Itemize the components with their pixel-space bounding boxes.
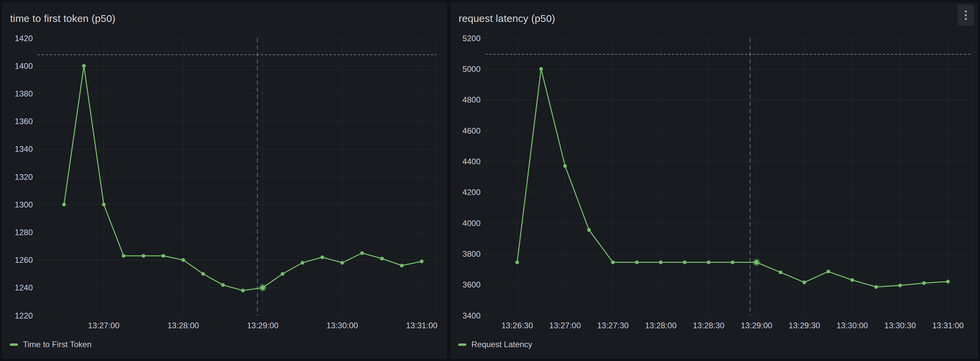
y-tick-label: 5000	[463, 65, 480, 74]
y-tick-label: 3400	[463, 311, 480, 320]
data-point	[874, 285, 878, 289]
x-tick-label: 13:26:30	[501, 321, 533, 330]
data-point	[659, 260, 663, 264]
data-point	[400, 264, 404, 268]
data-point	[779, 271, 782, 274]
series-line	[64, 66, 422, 290]
data-point	[301, 261, 304, 264]
y-tick-label: 1260	[15, 255, 33, 264]
data-point	[360, 251, 364, 255]
dashboard-page: time to first token (p50) 14201400138013…	[0, 0, 980, 361]
data-point	[635, 260, 639, 264]
x-tick-label: 13:27:30	[597, 321, 628, 330]
x-tick-label: 13:27:00	[549, 321, 581, 330]
data-point	[706, 260, 710, 264]
y-tick-label: 4400	[463, 157, 480, 166]
data-point	[611, 260, 615, 264]
series-line	[517, 69, 948, 287]
series-color-swatch	[10, 344, 18, 346]
data-point	[162, 254, 165, 258]
x-tick-label: 13:29:00	[741, 321, 772, 330]
data-point	[730, 260, 734, 264]
y-tick-label: 1360	[15, 117, 33, 126]
data-point	[946, 280, 950, 283]
data-point	[827, 269, 830, 273]
panel-time-to-first-token: time to first token (p50) 14201400138013…	[3, 3, 447, 358]
x-tick-label: 13:30:30	[885, 321, 916, 330]
x-tick-label: 13:28:30	[693, 321, 724, 330]
series-color-swatch	[458, 344, 466, 346]
panel-title[interactable]: time to first token (p50)	[10, 13, 116, 24]
y-tick-label: 1280	[15, 228, 33, 237]
data-point	[122, 254, 126, 258]
data-point	[201, 272, 205, 276]
data-point	[142, 254, 145, 258]
y-tick-label: 4200	[463, 188, 480, 197]
y-tick-label: 1420	[15, 34, 33, 43]
x-tick-label: 13:30:00	[836, 321, 868, 330]
x-tick-label: 13:30:00	[326, 321, 358, 330]
panel-menu-button[interactable]	[958, 5, 974, 25]
y-tick-label: 1240	[15, 283, 33, 292]
legend-label: Request Latency	[471, 340, 532, 349]
x-tick-label: 13:31:00	[932, 321, 963, 330]
y-tick-label: 3600	[463, 280, 480, 289]
y-tick-label: 5200	[463, 34, 480, 43]
panel-request-latency: request latency (p50) 520050004800460044…	[451, 3, 977, 358]
data-point	[587, 228, 591, 232]
y-tick-label: 1320	[15, 173, 33, 182]
panel-title[interactable]: request latency (p50)	[458, 13, 555, 24]
legend-item[interactable]: Time to First Token	[10, 339, 92, 350]
data-point	[803, 280, 806, 284]
data-point	[539, 67, 543, 71]
x-tick-label: 13:29:00	[247, 321, 278, 330]
y-tick-label: 4800	[463, 95, 480, 104]
y-tick-label: 4000	[463, 218, 480, 228]
data-point	[320, 255, 324, 259]
data-point	[62, 203, 66, 206]
data-point	[683, 260, 687, 264]
y-tick-label: 1380	[15, 89, 33, 98]
y-tick-label: 4600	[463, 126, 480, 135]
legend-item[interactable]: Request Latency	[458, 339, 532, 350]
x-tick-label: 13:27:00	[88, 321, 119, 330]
data-point	[340, 261, 344, 264]
y-tick-label: 3800	[463, 249, 480, 258]
x-tick-label: 13:28:00	[645, 321, 676, 330]
data-point	[181, 258, 185, 262]
timeseries-chart-request-latency[interactable]: 5200500048004600440042004000380036003400…	[452, 3, 977, 358]
y-tick-label: 1340	[15, 144, 33, 154]
y-tick-label: 1300	[15, 200, 33, 209]
x-tick-label: 13:31:00	[406, 321, 437, 330]
data-point	[420, 260, 423, 263]
data-point	[898, 283, 902, 287]
x-tick-label: 13:29:30	[789, 321, 820, 330]
data-point	[563, 164, 567, 168]
data-point	[380, 257, 384, 260]
legend-label: Time to First Token	[23, 340, 92, 349]
data-point	[281, 272, 285, 276]
data-point	[922, 281, 926, 285]
y-tick-label: 1400	[15, 62, 33, 71]
data-point	[221, 283, 225, 287]
data-point	[102, 203, 106, 206]
data-point	[82, 64, 86, 68]
data-point	[241, 289, 245, 293]
data-point	[515, 260, 519, 264]
y-tick-label: 1220	[15, 311, 33, 320]
x-tick-label: 13:28:00	[168, 321, 199, 330]
hover-point	[754, 260, 759, 264]
kebab-icon	[965, 11, 967, 20]
hover-point	[260, 285, 265, 290]
timeseries-chart-ttft[interactable]: 1420140013801360134013201300128012601240…	[3, 3, 446, 358]
data-point	[850, 278, 854, 282]
